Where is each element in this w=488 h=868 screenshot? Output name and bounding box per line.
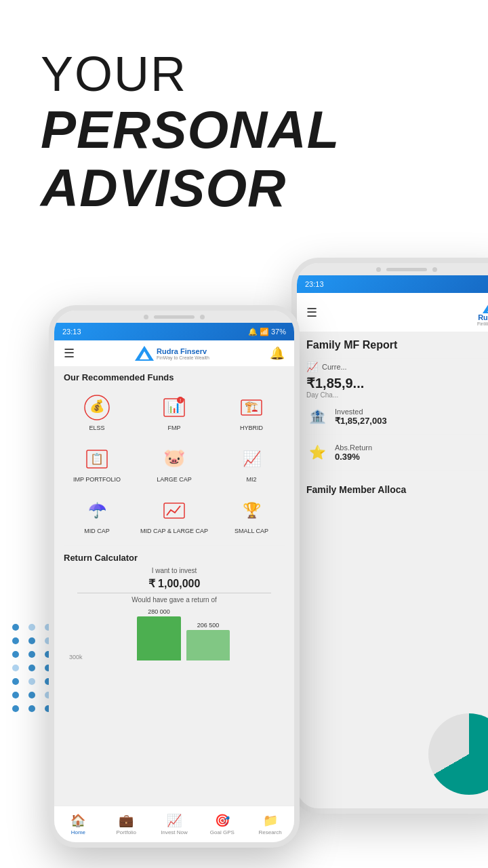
bar2-container: 206 500 — [186, 622, 230, 660]
mi2-icon: 📈 — [237, 445, 266, 473]
hero-line2: PERSONAL — [41, 101, 340, 159]
abs-return-value: 0.39% — [335, 452, 372, 462]
invested-info: Invested ₹1,85,27,003 — [335, 408, 387, 426]
dot — [12, 651, 19, 658]
phone1-top — [54, 311, 294, 323]
fund-mid-large-cap[interactable]: MID CAP & LARGE CAP — [137, 491, 211, 540]
logo-tagline: FinWay to Create Wealth — [157, 355, 209, 360]
bar-chart: 300k 280 000 206 500 — [64, 606, 285, 660]
dot — [28, 651, 35, 658]
divider — [316, 358, 488, 359]
svg-text:☂️: ☂️ — [88, 501, 107, 519]
phone2: 23:13 ☰ Rudra F FinWay to C... Family MF… — [291, 258, 488, 814]
logo: Rudra F FinWay to C... — [477, 298, 488, 326]
dot — [12, 692, 19, 698]
invest-label: I want to invest — [64, 567, 285, 574]
small-cap-icon: 🏆 — [237, 496, 266, 525]
dot — [12, 637, 19, 644]
dot — [28, 692, 35, 698]
phone2-status-bar: 23:13 — [297, 275, 488, 293]
camera2 — [432, 267, 437, 272]
invested-row: 🏦 Invested ₹1,85,27,003 — [306, 399, 488, 435]
hybrid-label: HYBRID — [240, 425, 263, 431]
alloc-title: Family Member Alloca — [297, 477, 488, 499]
bar1-value: 280 000 — [148, 608, 170, 615]
hero-line3: ADVISOR — [41, 159, 340, 218]
menu-icon[interactable]: ☰ — [306, 305, 317, 320]
time: 23:13 — [62, 328, 81, 336]
logo-text: Rudra F — [478, 313, 488, 321]
fund-hybrid[interactable]: 🏗️ HYBRID — [214, 388, 289, 437]
mid-large-cap-label: MID CAP & LARGE CAP — [140, 528, 208, 534]
invest-amount[interactable]: ₹ 1,00,000 — [77, 577, 271, 593]
abs-return-label: Abs.Return — [335, 443, 372, 452]
svg-rect-13 — [164, 503, 184, 518]
speaker — [154, 315, 195, 319]
bar1 — [137, 616, 181, 660]
dot — [28, 637, 35, 644]
fmp-icon: 📊! — [160, 393, 188, 422]
nav-home[interactable]: 🏠 Home — [54, 806, 102, 842]
menu-icon[interactable]: ☰ — [64, 346, 75, 361]
large-cap-icon: 🐷 — [160, 445, 188, 473]
svg-text:🏆: 🏆 — [243, 501, 262, 519]
phone2-time: 23:13 — [305, 280, 324, 288]
dot — [12, 705, 19, 712]
dot — [12, 665, 19, 671]
return-calculator: Return Calculator I want to invest ₹ 1,0… — [54, 549, 294, 665]
notification-bell-icon[interactable]: 🔔 — [270, 346, 285, 361]
imp-portfolio-label: IMP PORTFOLIO — [73, 476, 121, 483]
large-cap-label: LARGE CAP — [157, 476, 192, 483]
abs-return-info: Abs.Return 0.39% — [335, 443, 372, 462]
portfolio-icon: 💼 — [119, 813, 134, 828]
fund-small-cap[interactable]: 🏆 SMALL CAP — [214, 491, 289, 540]
goal-gps-icon: 🎯 — [215, 813, 230, 828]
bar1-container: 280 000 — [137, 608, 181, 660]
app-header: ☰ Rudra Finserv FinWay to Create Wealth … — [54, 340, 294, 367]
abs-return-row: ⭐ Abs.Return 0.39% — [306, 435, 488, 471]
logo-triangle-icon — [135, 346, 154, 361]
battery-signal: 🔔 📶 37% — [248, 328, 286, 336]
nav-portfolio[interactable]: 💼 Portfolio — [102, 806, 150, 842]
fmp-label: FMP — [168, 425, 181, 431]
funds-grid: 💰 ELSS 📊! FMP 🏗️ HYBRID 📋 IMP PORTFOLIO — [54, 385, 294, 542]
hero-section: YOUR PERSONAL ADVISOR — [41, 47, 340, 218]
calc-title: Return Calculator — [64, 553, 285, 563]
fund-large-cap[interactable]: 🐷 LARGE CAP — [137, 439, 211, 488]
research-icon: 📁 — [263, 813, 278, 828]
svg-text:!: ! — [180, 397, 181, 403]
mid-cap-icon: ☂️ — [83, 496, 111, 525]
invested-icon: 🏦 — [306, 406, 328, 427]
nav-invest-now[interactable]: 📈 Invest Now — [150, 806, 199, 842]
dot — [28, 705, 35, 712]
current-value-row: 📈 Curre... — [306, 361, 488, 372]
elss-icon: 💰 — [83, 393, 111, 422]
phone1: 23:13 🔔 📶 37% ☰ Rudra Finserv FinWay to … — [49, 305, 300, 848]
fund-imp-portfolio[interactable]: 📋 IMP PORTFOLIO — [60, 439, 134, 488]
dot — [12, 678, 19, 685]
bar2 — [186, 630, 230, 660]
fund-fmp[interactable]: 📊! FMP — [137, 388, 211, 437]
nav-research[interactable]: 📁 Research — [246, 806, 294, 842]
camera2 — [200, 315, 205, 319]
home-icon: 🏠 — [70, 813, 85, 828]
return-label: Would have gave a return of — [64, 596, 285, 604]
hybrid-icon: 🏗️ — [237, 393, 266, 422]
invested-label: Invested — [335, 408, 387, 416]
nav-goal-gps[interactable]: 🎯 Goal GPS — [198, 806, 246, 842]
current-amount: ₹1,85,9... — [306, 375, 488, 391]
fund-mid-cap[interactable]: ☂️ MID CAP — [60, 491, 134, 540]
family-report-title: Family MF Report — [306, 339, 488, 351]
y-axis-label: 300k — [69, 654, 83, 660]
abs-return-icon: ⭐ — [306, 441, 328, 463]
research-label: Research — [258, 829, 281, 835]
phone2-app-header: ☰ Rudra F FinWay to C... — [297, 293, 488, 332]
fund-mi2[interactable]: 📈 MI2 — [214, 439, 289, 488]
invest-now-icon: 📈 — [167, 813, 182, 828]
small-cap-label: SMALL CAP — [235, 528, 268, 534]
mi2-label: MI2 — [246, 476, 256, 483]
svg-text:📈: 📈 — [243, 450, 262, 468]
logo-triangle-icon — [483, 298, 488, 313]
fund-elss[interactable]: 💰 ELSS — [60, 388, 134, 437]
camera — [376, 267, 381, 272]
